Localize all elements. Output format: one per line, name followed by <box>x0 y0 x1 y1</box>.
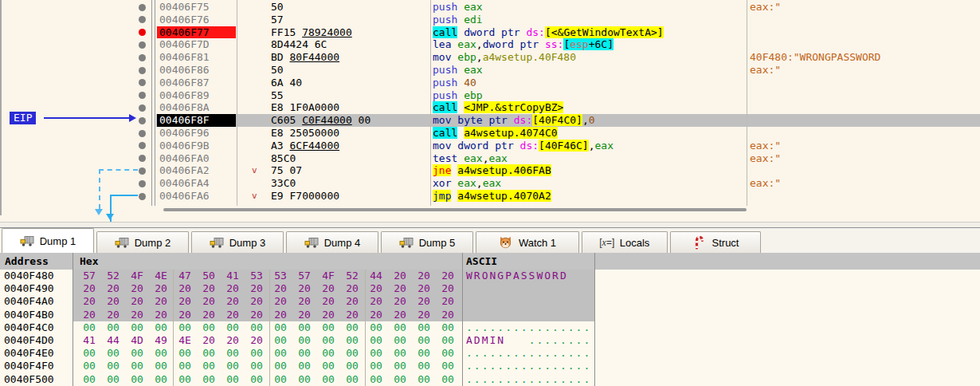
hex-byte[interactable]: 20 <box>125 309 149 321</box>
hex-byte[interactable]: 00 <box>388 360 412 372</box>
hex-byte[interactable]: 00 <box>316 360 340 372</box>
hex-byte[interactable]: 20 <box>269 295 292 308</box>
hex-byte[interactable]: 00 <box>197 373 221 386</box>
hex-byte[interactable]: 00 <box>388 334 412 347</box>
instruction-bytes[interactable]: 55 <box>239 89 429 102</box>
hex-byte[interactable]: 4D <box>125 334 149 347</box>
hex-byte[interactable]: 00 <box>245 321 269 334</box>
hex-byte[interactable]: 00 <box>221 321 245 334</box>
hex-byte[interactable]: 00 <box>269 321 292 334</box>
hex-byte[interactable]: 20 <box>197 295 221 308</box>
hex-byte[interactable]: 00 <box>125 360 149 372</box>
hex-byte[interactable]: 20 <box>173 282 197 295</box>
dump-row[interactable]: 0040F50000000000000000000000000000000000… <box>0 373 980 386</box>
hex-byte[interactable]: 20 <box>412 282 436 295</box>
hex-byte[interactable]: 00 <box>340 321 364 334</box>
instruction-bytes[interactable]: v75 07 <box>239 164 429 177</box>
hex-byte[interactable]: 20 <box>269 282 292 295</box>
hex-byte[interactable]: 52 <box>340 270 364 282</box>
hex-byte[interactable]: 20 <box>149 309 173 321</box>
disasm-row[interactable]: 00406FA6vE9 F7000000jmp a4wsetup.4070A2 <box>0 190 980 203</box>
hex-byte[interactable]: 00 <box>101 373 125 386</box>
hex-byte[interactable]: 20 <box>149 282 173 295</box>
hex-byte[interactable]: 20 <box>292 295 316 308</box>
hex-byte[interactable]: 20 <box>316 309 340 321</box>
hex-byte[interactable]: 20 <box>101 295 125 308</box>
hex-byte[interactable]: 20 <box>125 295 149 308</box>
hex-byte[interactable]: 20 <box>364 295 388 308</box>
disasm-row[interactable]: 00406F7550push eaxeax:" <box>0 1 980 14</box>
instruction-address[interactable]: 00406F89 <box>157 89 236 102</box>
instruction-dot-icon[interactable] <box>139 16 146 23</box>
hex-byte[interactable]: 20 <box>77 282 101 295</box>
hex-byte[interactable]: 41 <box>77 334 101 347</box>
hex-byte[interactable]: 20 <box>340 295 364 308</box>
instruction-bytes[interactable]: 57 <box>239 14 429 26</box>
dump-address[interactable]: 0040F4B0 <box>4 309 54 321</box>
hex-byte[interactable]: 20 <box>436 282 460 295</box>
breakpoint-dot-icon[interactable] <box>139 29 146 36</box>
hex-byte[interactable]: 00 <box>436 321 460 334</box>
instruction-address[interactable]: 00406F8F <box>157 114 236 127</box>
disasm-row[interactable]: 00406F9BA3 6CF44000mov dword ptr ds:[40F… <box>0 140 980 152</box>
hex-byte[interactable]: 20 <box>412 295 436 308</box>
hex-byte[interactable]: 20 <box>292 282 316 295</box>
instruction-address[interactable]: 00406F75 <box>157 1 236 14</box>
dump-row[interactable]: 0040F4D041444D494E2020200000000000000000… <box>0 334 980 347</box>
hex-byte[interactable]: 20 <box>125 282 149 295</box>
instruction-bytes[interactable]: 50 <box>239 64 429 77</box>
disasm-row[interactable]: 00406F81BD 80F44000mov ebp,a4wsetup.40F4… <box>0 51 980 64</box>
dump-address[interactable]: 0040F490 <box>4 282 54 295</box>
hex-byte[interactable]: 20 <box>388 270 412 282</box>
hex-byte[interactable]: 49 <box>149 334 173 347</box>
hex-byte[interactable]: 20 <box>245 295 269 308</box>
hex-byte[interactable]: 00 <box>292 373 316 386</box>
hex-byte[interactable]: 20 <box>436 309 460 321</box>
disasm-row[interactable]: 00406F8955push ebp <box>0 89 980 102</box>
hex-byte[interactable]: 44 <box>364 270 388 282</box>
hex-byte[interactable]: 00 <box>77 321 101 334</box>
hex-byte[interactable]: 20 <box>221 295 245 308</box>
hex-byte[interactable]: 20 <box>197 282 221 295</box>
tab-dump-1[interactable]: Dump 1 <box>2 228 94 253</box>
instruction-bytes[interactable]: 6A 40 <box>239 77 429 89</box>
hex-byte[interactable]: 00 <box>412 373 436 386</box>
instruction-dot-icon[interactable] <box>139 41 146 49</box>
instruction-text[interactable]: mov dword ptr ds:[40F46C],eax <box>433 140 745 152</box>
instruction-text[interactable]: call <JMP.&strCopyBZ> <box>433 101 745 114</box>
instruction-dot-icon[interactable] <box>139 79 146 86</box>
instruction-dot-icon[interactable] <box>139 117 146 124</box>
instruction-text[interactable]: xor eax,eax <box>433 177 745 190</box>
instruction-dot-icon[interactable] <box>139 4 146 11</box>
disasm-row[interactable]: 00406F96E8 25050000call a4wsetup.4074C0 <box>0 127 980 140</box>
disasm-row[interactable]: 00406FA085C0test eax,eaxeax:" <box>0 152 980 165</box>
tab-dump-4[interactable]: Dump 4 <box>286 231 378 253</box>
hex-byte[interactable]: 00 <box>173 373 197 386</box>
instruction-bytes[interactable]: E8 1F0A0000 <box>239 101 429 114</box>
tab-watch-1[interactable]: Watch 1 <box>476 231 579 253</box>
hex-byte[interactable]: 57 <box>292 270 316 282</box>
tab-locals[interactable]: [x=]Locals <box>582 231 668 253</box>
dump-address[interactable]: 0040F480 <box>4 270 54 282</box>
instruction-address[interactable]: 00406F86 <box>157 64 236 77</box>
hex-byte[interactable]: 00 <box>340 334 364 347</box>
hex-byte[interactable]: 20 <box>245 309 269 321</box>
dump-row[interactable]: 0040F49020202020202020202020202020202020 <box>0 282 980 295</box>
instruction-text[interactable]: push ebp <box>433 89 745 102</box>
hex-byte[interactable]: 00 <box>364 347 388 360</box>
dump-address[interactable]: 0040F4D0 <box>4 334 54 347</box>
instruction-bytes[interactable]: 33C0 <box>239 177 429 190</box>
hex-byte[interactable]: 00 <box>125 373 149 386</box>
instruction-address[interactable]: 00406FA6 <box>157 190 236 203</box>
hex-byte[interactable]: 00 <box>77 360 101 372</box>
hex-byte[interactable]: 00 <box>125 347 149 360</box>
dump-address[interactable]: 0040F4F0 <box>4 360 54 372</box>
ascii-text[interactable]: ................ <box>466 321 591 334</box>
disasm-row[interactable]: 00406F8FC605 C0F44000 00mov byte ptr ds:… <box>0 114 980 127</box>
hex-byte[interactable]: 00 <box>149 360 173 372</box>
hex-byte[interactable]: 4F <box>125 270 149 282</box>
hex-byte[interactable]: 00 <box>412 360 436 372</box>
dump-row[interactable]: 0040F4C000000000000000000000000000000000… <box>0 321 980 334</box>
hex-byte[interactable]: 00 <box>436 360 460 372</box>
instruction-address[interactable]: 00406F77 <box>157 26 236 39</box>
